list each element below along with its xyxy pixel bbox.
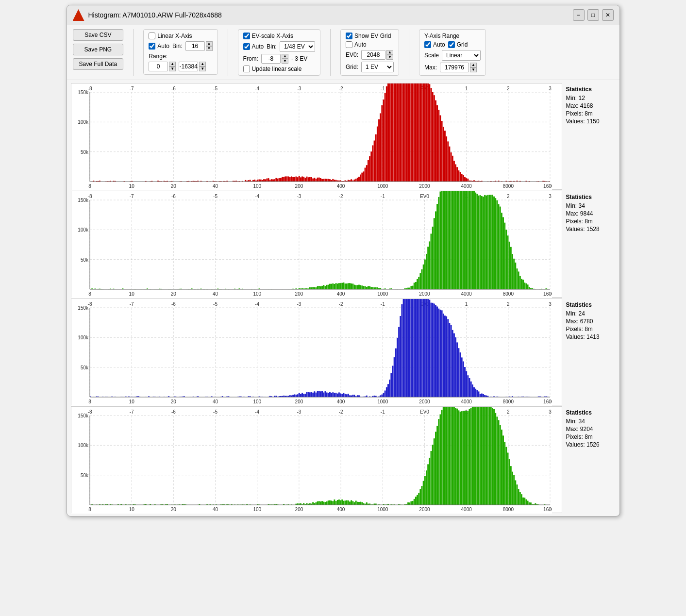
stats-green1-max: Max: 9844 bbox=[566, 210, 612, 217]
range-to-input[interactable] bbox=[179, 62, 198, 71]
stats-green2-max: Max: 9204 bbox=[566, 426, 612, 433]
range-to-down[interactable]: ▼ bbox=[199, 67, 206, 71]
title-bar-left: Histogram: A7M01010.ARW Full-7028x4688 bbox=[73, 9, 222, 21]
main-window: Histogram: A7M01010.ARW Full-7028x4688 −… bbox=[67, 5, 620, 516]
stats-green2-title: Statistics bbox=[566, 409, 612, 416]
histogram-canvas-blue bbox=[71, 299, 552, 406]
stats-red-values: Values: 1150 bbox=[566, 118, 612, 125]
max-y-down[interactable]: ▼ bbox=[470, 67, 477, 72]
stats-blue-title: Statistics bbox=[566, 301, 612, 308]
auto-linear-wrap: Auto bbox=[149, 43, 169, 50]
linear-xaxis-checkbox-wrap: Linear X-Axis bbox=[149, 33, 192, 39]
grid-y-wrap: Grid bbox=[448, 41, 468, 48]
chart-red bbox=[71, 83, 562, 190]
max-y-input[interactable] bbox=[440, 63, 469, 72]
chart-green2 bbox=[71, 406, 562, 513]
auto-y-wrap: Auto bbox=[424, 41, 445, 48]
auto-ev-checkbox[interactable] bbox=[243, 43, 250, 50]
stats-red-max: Max: 4168 bbox=[566, 102, 612, 109]
range-from-down[interactable]: ▼ bbox=[169, 67, 176, 71]
ev-xaxis-checkbox[interactable] bbox=[243, 33, 250, 39]
bin-linear-spinner: ▲ ▼ bbox=[185, 41, 213, 51]
title-bar: Histogram: A7M01010.ARW Full-7028x4688 −… bbox=[67, 5, 619, 25]
linear-xaxis-checkbox[interactable] bbox=[149, 33, 155, 39]
close-button[interactable]: ✕ bbox=[602, 9, 614, 21]
to-ev-label: - 3 EV bbox=[291, 55, 307, 62]
ev-xaxis-label: EV-scale X-Axis bbox=[252, 33, 293, 39]
auto-y-label: Auto bbox=[433, 41, 445, 48]
from-ev-input[interactable] bbox=[261, 54, 281, 64]
save-csv-button[interactable]: Save CSV bbox=[73, 29, 124, 41]
linear-xaxis-section: Linear X-Axis Auto Bin: ▲ ▼ Range bbox=[143, 29, 218, 75]
ev-grid-section: Show EV Grid Auto EV0: ▲ ▼ bbox=[340, 29, 399, 76]
histogram-canvas-green2 bbox=[71, 407, 552, 514]
stats-green1: Statistics Min: 34 Max: 9844 Pixels: 8m … bbox=[562, 191, 616, 298]
range-to-up[interactable]: ▲ bbox=[199, 62, 206, 67]
bin-linear-label: Bin: bbox=[172, 43, 183, 50]
bin-ev-dropdown[interactable]: 1/48 EV 1/24 EV 1/12 EV bbox=[280, 41, 315, 52]
stats-green1-title: Statistics bbox=[566, 194, 612, 200]
stats-blue-pixels: Pixels: 8m bbox=[566, 326, 612, 333]
ev-xaxis-section: EV-scale X-Axis Auto Bin: 1/48 EV 1/24 E… bbox=[238, 29, 320, 76]
stats-blue-max: Max: 6780 bbox=[566, 318, 612, 325]
ev0-input[interactable] bbox=[361, 50, 385, 60]
update-linear-wrap: Update linear scale bbox=[243, 66, 302, 72]
minimize-button[interactable]: − bbox=[573, 9, 585, 21]
stats-green2-values: Values: 1526 bbox=[566, 441, 612, 448]
ev-xaxis-checkbox-wrap: EV-scale X-Axis bbox=[243, 33, 293, 39]
auto-ev-grid-checkbox[interactable] bbox=[346, 41, 352, 48]
auto-ev-grid-label: Auto bbox=[354, 41, 367, 48]
app-logo bbox=[73, 9, 84, 21]
stats-red: Statistics Min: 12 Max: 4168 Pixels: 8m … bbox=[562, 83, 616, 190]
title-bar-controls: − □ ✕ bbox=[573, 9, 614, 21]
auto-linear-label: Auto bbox=[157, 43, 169, 50]
from-ev-up[interactable]: ▲ bbox=[282, 54, 288, 59]
bin-linear-input[interactable] bbox=[185, 41, 205, 51]
window-title: Histogram: A7M01010.ARW Full-7028x4688 bbox=[88, 11, 222, 19]
ev0-down[interactable]: ▼ bbox=[386, 55, 393, 60]
range-from-input[interactable] bbox=[149, 62, 168, 71]
scale-dropdown[interactable]: Linear Log Sqrt bbox=[442, 50, 481, 61]
from-ev-label: From: bbox=[243, 55, 258, 62]
maximize-button[interactable]: □ bbox=[587, 9, 599, 21]
show-ev-grid-label: Show EV Grid bbox=[354, 33, 391, 39]
range-from-up[interactable]: ▲ bbox=[169, 62, 176, 67]
charts-area: Statistics Min: 12 Max: 4168 Pixels: 8m … bbox=[67, 80, 619, 516]
ev0-label: EV0: bbox=[346, 51, 358, 58]
stats-blue: Statistics Min: 24 Max: 6780 Pixels: 8m … bbox=[562, 299, 616, 405]
show-ev-grid-checkbox[interactable] bbox=[346, 33, 352, 39]
from-ev-spinner: ▲ ▼ bbox=[261, 54, 288, 64]
range-from-spinner: ▲ ▼ bbox=[149, 62, 176, 71]
update-linear-checkbox[interactable] bbox=[243, 66, 250, 72]
save-png-button[interactable]: Save PNG bbox=[73, 44, 124, 55]
ev0-up[interactable]: ▲ bbox=[386, 50, 393, 55]
histogram-canvas-red bbox=[71, 83, 552, 190]
bin-linear-down[interactable]: ▼ bbox=[206, 46, 213, 51]
range-label: Range: bbox=[149, 53, 167, 60]
toolbar: Save CSV Save PNG Save Full Data Linear … bbox=[67, 25, 619, 80]
show-ev-grid-wrap: Show EV Grid bbox=[346, 33, 391, 39]
stats-green1-values: Values: 1528 bbox=[566, 226, 612, 233]
grid-ev-label: Grid: bbox=[346, 64, 358, 70]
auto-ev-grid-wrap: Auto bbox=[346, 41, 367, 48]
grid-ev-dropdown[interactable]: 1 EV 0.5 EV 2 EV bbox=[361, 62, 394, 72]
from-ev-down[interactable]: ▼ bbox=[282, 59, 288, 64]
save-buttons: Save CSV Save PNG Save Full Data bbox=[73, 29, 124, 70]
chart-row-green1: Statistics Min: 34 Max: 9844 Pixels: 8m … bbox=[67, 191, 619, 298]
chart-row-red: Statistics Min: 12 Max: 4168 Pixels: 8m … bbox=[67, 83, 619, 190]
auto-y-checkbox[interactable] bbox=[424, 41, 431, 48]
scale-label: Scale bbox=[424, 52, 439, 59]
auto-ev-label: Auto bbox=[252, 43, 264, 50]
grid-y-checkbox[interactable] bbox=[448, 41, 455, 48]
stats-blue-min: Min: 24 bbox=[566, 310, 612, 317]
ev0-spinner: ▲ ▼ bbox=[361, 50, 393, 60]
stats-green2-pixels: Pixels: 8m bbox=[566, 433, 612, 440]
histogram-canvas-green1 bbox=[71, 191, 552, 298]
bin-ev-label: Bin: bbox=[267, 43, 277, 50]
auto-linear-checkbox[interactable] bbox=[149, 43, 155, 50]
bin-linear-up[interactable]: ▲ bbox=[206, 41, 213, 46]
save-full-data-button[interactable]: Save Full Data bbox=[73, 58, 124, 70]
max-y-label: Max: bbox=[424, 64, 437, 71]
stats-red-title: Statistics bbox=[566, 86, 612, 93]
max-y-up[interactable]: ▲ bbox=[470, 63, 477, 67]
